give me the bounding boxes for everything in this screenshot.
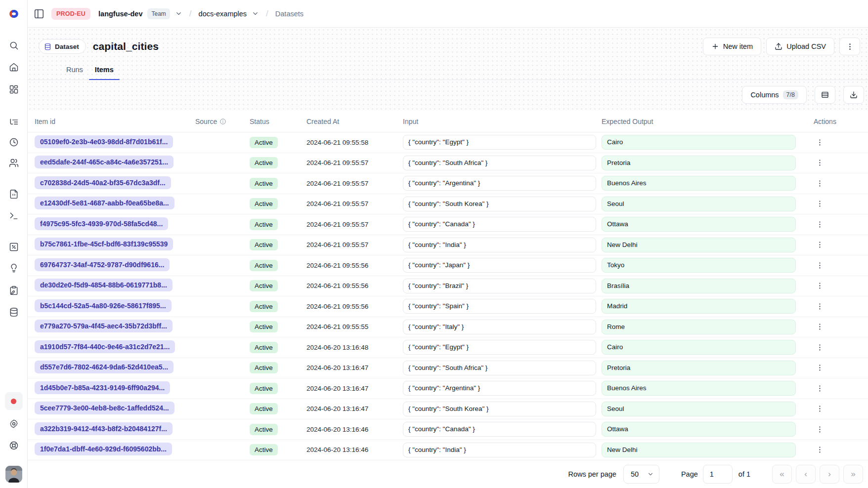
expected-output-value[interactable]: Buenos Aires (602, 176, 796, 191)
input-value[interactable]: { "country": "Egypt" } (403, 135, 596, 150)
input-value[interactable]: { "country": "Brazil" } (403, 279, 596, 293)
row-actions-button[interactable] (813, 443, 826, 457)
row-actions-button[interactable] (813, 279, 826, 293)
expected-output-value[interactable]: Pretoria (602, 156, 796, 170)
export-download-button[interactable] (843, 86, 864, 104)
input-value[interactable]: { "country": "South Korea" } (403, 402, 596, 416)
breadcrumb-project[interactable]: docs-examples (199, 10, 247, 18)
new-item-button[interactable]: New item (703, 38, 761, 55)
last-page-button[interactable]: » (843, 465, 863, 484)
input-value[interactable]: { "country": "Egypt" } (403, 340, 596, 355)
row-actions-button[interactable] (813, 217, 826, 231)
item-id-badge[interactable]: a322b319-9412-4f43-b8f2-b20484127f... (35, 422, 173, 435)
more-actions-button[interactable] (839, 38, 860, 55)
playground-terminal-icon[interactable] (5, 207, 23, 225)
row-actions-button[interactable] (813, 135, 826, 149)
expected-output-value[interactable]: Pretoria (602, 361, 796, 375)
user-avatar[interactable] (5, 466, 22, 483)
upload-csv-button[interactable]: Upload CSV (766, 38, 834, 55)
item-id-badge[interactable]: d557e7d6-7802-4624-9da6-52d410ea5... (35, 361, 174, 373)
row-height-button[interactable] (815, 86, 835, 104)
langfuse-logo[interactable] (0, 0, 27, 28)
expected-output-value[interactable]: Madrid (602, 299, 796, 314)
input-value[interactable]: { "country": "South Africa" } (403, 156, 596, 170)
next-page-button[interactable]: › (820, 465, 839, 484)
datasets-database-icon[interactable] (5, 303, 23, 321)
col-header-status[interactable]: Status (250, 118, 306, 125)
page-number-input[interactable] (703, 465, 733, 484)
row-actions-button[interactable] (813, 156, 826, 170)
sidebar-toggle-icon[interactable] (34, 8, 44, 19)
item-id-badge[interactable]: a1910d57-7f84-440c-9e46-a31c2d7e21... (35, 340, 175, 353)
breadcrumb-section[interactable]: Datasets (275, 10, 304, 18)
col-header-expected-output[interactable]: Expected Output (602, 118, 812, 125)
input-value[interactable]: { "country": "Argentina" } (403, 176, 596, 191)
users-icon[interactable] (5, 154, 23, 172)
search-icon[interactable] (5, 37, 23, 54)
settings-gear-icon[interactable] (5, 415, 23, 433)
expected-output-value[interactable]: Rome (602, 320, 796, 334)
input-value[interactable]: { "country": "Italy" } (403, 320, 596, 334)
col-header-source[interactable]: Source (195, 118, 250, 125)
expected-output-value[interactable]: Seoul (602, 402, 796, 416)
suggestions-lightbulb-icon[interactable] (5, 259, 23, 277)
row-actions-button[interactable] (813, 381, 826, 395)
expected-output-value[interactable]: Seoul (602, 197, 796, 211)
item-id-badge[interactable]: b75c7861-1fbe-45cf-bdf6-83f139c95539 (35, 238, 173, 250)
col-header-item-id[interactable]: Item id (35, 118, 195, 125)
input-value[interactable]: { "country": "South Africa" } (403, 361, 596, 375)
row-actions-button[interactable] (813, 402, 826, 416)
item-id-badge[interactable]: 69764737-34af-4752-9787-d90df9616... (35, 258, 170, 271)
first-page-button[interactable]: « (772, 465, 792, 484)
input-value[interactable]: { "country": "Canada" } (403, 422, 596, 437)
home-icon[interactable] (5, 58, 23, 76)
evaluation-percent-icon[interactable] (5, 238, 23, 256)
sessions-clock-icon[interactable] (5, 133, 23, 151)
expected-output-value[interactable]: New Delhi (602, 443, 796, 457)
expected-output-value[interactable]: Ottawa (602, 217, 796, 232)
item-id-badge[interactable]: e12430df-5e81-4687-aabb-f0ea65be8a... (35, 197, 174, 209)
col-header-created-at[interactable]: Created At (306, 118, 403, 125)
input-value[interactable]: { "country": "Argentina" } (403, 381, 596, 396)
item-id-badge[interactable]: b5c144cd-52a5-4a80-926e-58617f895... (35, 299, 172, 312)
row-actions-button[interactable] (813, 299, 826, 313)
expected-output-value[interactable]: Ottawa (602, 422, 796, 437)
expected-output-value[interactable]: Cairo (602, 340, 796, 355)
row-actions-button[interactable] (813, 320, 826, 334)
notification-button[interactable] (5, 392, 23, 410)
item-id-badge[interactable]: 1f0e7da1-dbff-4e60-929d-f6095602bb... (35, 443, 172, 455)
project-chevron-down-icon[interactable] (252, 10, 259, 17)
item-id-badge[interactable]: c702838d-24d5-40a2-bf35-67dc3a3df... (35, 176, 171, 189)
row-actions-button[interactable] (813, 197, 826, 211)
row-actions-button[interactable] (813, 238, 826, 252)
item-id-badge[interactable]: f4975c95-5fc3-4939-970d-58fa5cd48... (35, 217, 168, 230)
rows-per-page-select[interactable]: 50 (623, 465, 659, 484)
previous-page-button[interactable]: ‹ (796, 465, 816, 484)
input-value[interactable]: { "country": "India" } (403, 238, 596, 252)
item-id-badge[interactable]: e779a270-579a-4f45-aec4-35b72d3bff... (35, 320, 173, 332)
org-chevron-down-icon[interactable] (175, 10, 182, 17)
columns-button[interactable]: Columns 7/8 (742, 86, 807, 104)
expected-output-value[interactable]: Cairo (602, 135, 796, 150)
item-id-badge[interactable]: eed5dafe-244f-465c-a84c-4a6e357251... (35, 156, 174, 168)
col-header-input[interactable]: Input (403, 118, 602, 125)
expected-output-value[interactable]: Tokyo (602, 258, 796, 273)
org-name[interactable]: langfuse-dev (98, 10, 142, 18)
input-value[interactable]: { "country": "Spain" } (403, 299, 596, 314)
item-id-badge[interactable]: de30d2e0-f5d9-4854-88b6-0619771b8... (35, 279, 173, 291)
row-actions-button[interactable] (813, 258, 826, 272)
row-actions-button[interactable] (813, 422, 826, 436)
input-value[interactable]: { "country": "South Korea" } (403, 197, 596, 211)
expected-output-value[interactable]: New Delhi (602, 238, 796, 252)
tracing-icon[interactable] (5, 113, 23, 131)
row-actions-button[interactable] (813, 176, 826, 190)
row-actions-button[interactable] (813, 361, 826, 375)
input-value[interactable]: { "country": "Canada" } (403, 217, 596, 232)
prompts-icon[interactable] (5, 185, 23, 203)
dashboard-icon[interactable] (5, 81, 23, 98)
row-actions-button[interactable] (813, 340, 826, 354)
expected-output-value[interactable]: Buenos Aires (602, 381, 796, 396)
item-id-badge[interactable]: 05109ef0-2e3b-4e03-98dd-8f7d01b61f... (35, 135, 173, 148)
item-id-badge[interactable]: 5cee7779-3e00-4eb8-be8c-1affedd524... (35, 402, 174, 414)
item-id-badge[interactable]: 1d45b0e7-b85a-4231-9149-6ff90a294... (35, 381, 170, 394)
